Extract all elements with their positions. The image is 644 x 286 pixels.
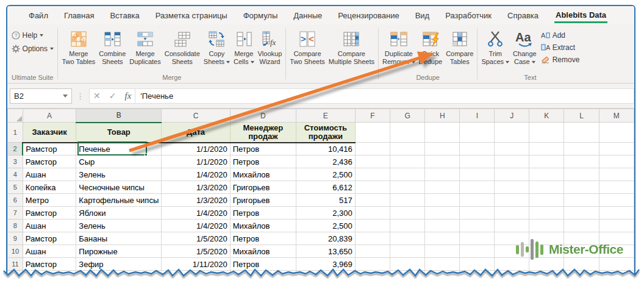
- cell[interactable]: [355, 258, 390, 271]
- cell[interactable]: [599, 143, 634, 156]
- cell[interactable]: 1/4/2020: [162, 207, 230, 220]
- compare-multiple-sheets-button[interactable]: CompareMultiple Sheets: [327, 26, 376, 66]
- row-header-10[interactable]: 10: [8, 245, 23, 258]
- cell[interactable]: 3,969: [296, 258, 355, 271]
- cell[interactable]: Зефир: [76, 258, 162, 271]
- cell[interactable]: [390, 232, 424, 245]
- merge-two-tables-button[interactable]: MergeTwo Tables: [60, 26, 97, 66]
- cell[interactable]: [495, 156, 529, 168]
- cell[interactable]: [599, 220, 634, 232]
- cell[interactable]: Картофельные чипсы: [76, 194, 162, 207]
- cell[interactable]: Ашан: [23, 220, 76, 232]
- cell[interactable]: [529, 143, 564, 156]
- options-button[interactable]: Options: [12, 45, 54, 53]
- row-header-8[interactable]: 8: [8, 220, 23, 232]
- cell[interactable]: [564, 168, 599, 181]
- cell[interactable]: [425, 232, 460, 245]
- cell[interactable]: Дата: [162, 123, 230, 143]
- cell[interactable]: 2,436: [296, 156, 355, 168]
- column-header-K[interactable]: K: [529, 109, 564, 123]
- compare-two-sheets-button[interactable]: >< CompareTwo Sheets: [288, 26, 326, 66]
- cell[interactable]: [460, 245, 495, 258]
- quick-dedupe-button[interactable]: QuickDedupe: [417, 26, 445, 66]
- compare-tables-button[interactable]: CompareTables: [444, 26, 475, 66]
- cell[interactable]: 2,300: [296, 207, 355, 220]
- change-case-button[interactable]: Aa ChangeCase: [511, 26, 538, 66]
- cell[interactable]: [495, 258, 529, 271]
- cell[interactable]: Рамстор: [23, 156, 76, 168]
- cell[interactable]: [564, 232, 599, 245]
- cell[interactable]: [529, 168, 564, 181]
- cell[interactable]: [425, 220, 460, 232]
- cell[interactable]: [355, 143, 390, 156]
- cell[interactable]: 10,416: [296, 143, 355, 156]
- cell[interactable]: [564, 258, 599, 271]
- cell[interactable]: 13,650: [296, 245, 355, 258]
- cell[interactable]: [390, 143, 424, 156]
- copy-sheets-button[interactable]: CopySheets: [202, 26, 232, 66]
- tab-view[interactable]: Вид: [407, 6, 438, 24]
- tab-page-layout[interactable]: Разметка страницы: [148, 6, 235, 24]
- cell[interactable]: 1/5/2020: [162, 232, 230, 245]
- cell[interactable]: 1/5/2020: [162, 245, 230, 258]
- cell[interactable]: 517: [296, 194, 355, 207]
- cell[interactable]: [355, 168, 390, 181]
- cell[interactable]: [599, 156, 634, 168]
- trim-spaces-button[interactable]: TrimSpaces: [479, 26, 511, 66]
- cell[interactable]: [529, 123, 564, 143]
- cell[interactable]: [390, 194, 424, 207]
- cell[interactable]: Копейка: [23, 181, 76, 194]
- cell[interactable]: Михайлов: [230, 168, 296, 181]
- cell[interactable]: [599, 181, 634, 194]
- cell[interactable]: [425, 181, 460, 194]
- cell[interactable]: Пирожные: [76, 245, 162, 258]
- cell[interactable]: [495, 143, 529, 156]
- cell[interactable]: Рамстор: [23, 271, 76, 277]
- tab-file[interactable]: Файл: [21, 6, 56, 24]
- cell[interactable]: Григорьев: [230, 181, 296, 194]
- cell[interactable]: [390, 258, 424, 271]
- cell[interactable]: 1/4/2020: [162, 220, 230, 232]
- vlookup-wizard-button[interactable]: fx VlookupWizard: [256, 26, 284, 66]
- cell[interactable]: Стоимость продажи: [296, 123, 355, 143]
- column-header-M[interactable]: M: [599, 109, 634, 123]
- tab-insert[interactable]: Вставка: [102, 6, 147, 24]
- cell[interactable]: [599, 245, 634, 258]
- cell[interactable]: [495, 123, 529, 143]
- help-button[interactable]: ? Help: [12, 31, 54, 40]
- cell[interactable]: [355, 245, 390, 258]
- duplicate-remover-button[interactable]: DuplicateRemover: [381, 26, 417, 66]
- cell[interactable]: [564, 143, 599, 156]
- cell[interactable]: Чесночные чипсы: [76, 181, 162, 194]
- row-header-12[interactable]: 12: [8, 271, 23, 277]
- cell[interactable]: Игнатьев: [230, 271, 296, 277]
- cell[interactable]: [495, 168, 529, 181]
- cell[interactable]: [425, 207, 460, 220]
- cell[interactable]: 1/11/2020: [162, 258, 230, 271]
- formula-input[interactable]: 'Печенье: [135, 88, 634, 104]
- cell[interactable]: [460, 207, 495, 220]
- cell[interactable]: [529, 194, 564, 207]
- cell[interactable]: [390, 181, 424, 194]
- tab-help[interactable]: Справка: [499, 6, 546, 24]
- cell[interactable]: [355, 156, 390, 168]
- cell[interactable]: [564, 220, 599, 232]
- tab-data[interactable]: Данные: [285, 6, 330, 24]
- cell[interactable]: [495, 271, 529, 277]
- cell[interactable]: Менеджер продаж: [230, 123, 296, 143]
- cell[interactable]: [529, 271, 564, 277]
- cell[interactable]: [564, 181, 599, 194]
- row-header-9[interactable]: 9: [8, 232, 23, 245]
- row-header-11[interactable]: 11: [8, 258, 23, 271]
- cell[interactable]: 1/1/2020: [162, 156, 230, 168]
- cell[interactable]: [355, 194, 390, 207]
- cell[interactable]: [460, 123, 495, 143]
- cell[interactable]: [564, 207, 599, 220]
- cell[interactable]: [599, 258, 634, 271]
- extract-text-button[interactable]: A Extract: [541, 43, 580, 52]
- cell[interactable]: Петров: [230, 207, 296, 220]
- cell[interactable]: [529, 181, 564, 194]
- remove-text-button[interactable]: Remove: [541, 55, 580, 64]
- column-header-L[interactable]: L: [564, 109, 599, 123]
- cell[interactable]: [355, 220, 390, 232]
